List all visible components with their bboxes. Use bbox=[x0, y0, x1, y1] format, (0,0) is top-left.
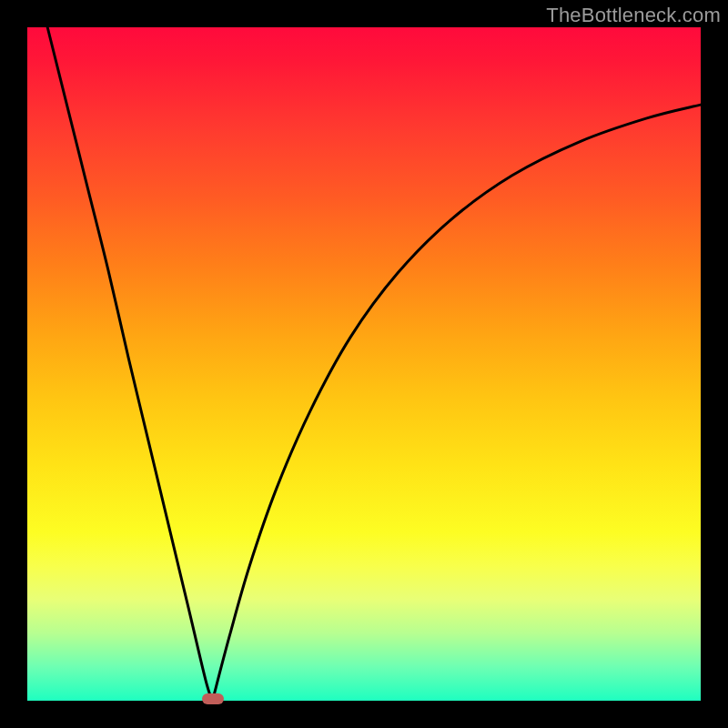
minimum-marker bbox=[202, 693, 224, 704]
chart-frame: TheBottleneck.com bbox=[0, 0, 728, 728]
bottleneck-curve bbox=[27, 27, 701, 701]
curve-left-branch bbox=[47, 27, 212, 701]
watermark-text: TheBottleneck.com bbox=[546, 4, 721, 27]
plot-area bbox=[27, 27, 701, 701]
curve-right-branch bbox=[213, 105, 702, 701]
